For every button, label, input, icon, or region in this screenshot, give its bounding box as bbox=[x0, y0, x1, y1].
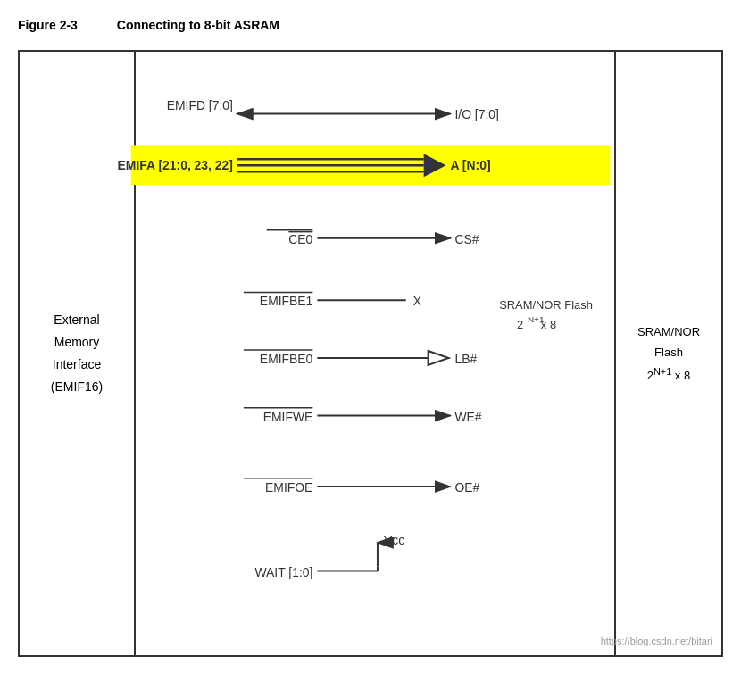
svg-text:EMIFWE: EMIFWE bbox=[263, 410, 313, 424]
diagram-container: External Memory Interface (EMIF16) SRAM/… bbox=[18, 50, 723, 657]
svg-text:A [N:0]: A [N:0] bbox=[450, 158, 490, 172]
svg-text:CE0: CE0 bbox=[288, 232, 312, 246]
svg-text:X: X bbox=[413, 294, 421, 308]
svg-text:OE#: OE# bbox=[454, 480, 479, 495]
svg-text:EMIFBE0: EMIFBE0 bbox=[260, 352, 313, 366]
svg-text:SRAM/NOR Flash: SRAM/NOR Flash bbox=[499, 298, 593, 312]
figure-title-text: Connecting to 8-bit ASRAM bbox=[117, 18, 279, 32]
svg-text:Vcc: Vcc bbox=[384, 533, 404, 547]
svg-text:LB#: LB# bbox=[454, 352, 477, 366]
svg-text:2: 2 bbox=[517, 318, 523, 331]
watermark: https://blog.csdn.net/bitari bbox=[601, 636, 712, 646]
svg-text:WE#: WE# bbox=[454, 410, 481, 424]
svg-marker-22 bbox=[429, 351, 449, 365]
figure-title: Figure 2-3 Connecting to 8-bit ASRAM bbox=[18, 18, 723, 32]
svg-text:x 8: x 8 bbox=[541, 318, 556, 331]
diagram-svg: EMIFD [7:0] I/O [7:0] EMIFA [21:0, 23, 2… bbox=[20, 52, 721, 655]
svg-text:I/O [7:0]: I/O [7:0] bbox=[454, 107, 498, 121]
svg-text:CS#: CS# bbox=[454, 232, 479, 246]
svg-text:EMIFOE: EMIFOE bbox=[265, 480, 312, 495]
svg-text:EMIFBE1: EMIFBE1 bbox=[260, 294, 313, 308]
svg-text:WAIT [1:0]: WAIT [1:0] bbox=[254, 565, 312, 579]
svg-text:EMIFD [7:0]: EMIFD [7:0] bbox=[167, 98, 233, 112]
svg-text:EMIFA [21:0, 23, 22]: EMIFA [21:0, 23, 22] bbox=[118, 158, 233, 172]
figure-label: Figure 2-3 bbox=[18, 18, 78, 32]
